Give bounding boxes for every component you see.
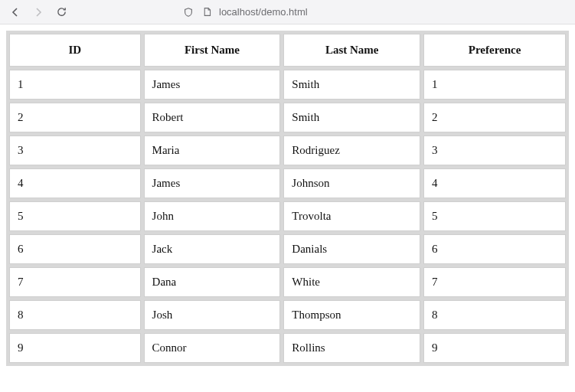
table-row: 9ConnorRollins9 (9, 333, 566, 363)
table-cell: 7 (9, 267, 141, 297)
table-cell: Johnson (283, 168, 420, 198)
table-cell: 9 (9, 333, 141, 363)
table-row: 5JohnTrovolta5 (9, 201, 566, 231)
table-cell: Smith (283, 70, 420, 100)
table-cell: Rollins (283, 333, 420, 363)
table-row: 3MariaRodriguez3 (9, 136, 566, 165)
table-cell: 6 (423, 234, 566, 264)
table-cell: John (144, 201, 281, 231)
table-cell: Rodriguez (283, 136, 420, 165)
reload-button[interactable] (52, 3, 70, 21)
col-header-first-name: First Name (144, 34, 281, 67)
shield-icon (182, 6, 194, 18)
table-cell: Robert (144, 103, 281, 132)
reload-icon (56, 6, 67, 18)
table-row: 6JackDanials6 (9, 234, 566, 264)
table-cell: 2 (9, 103, 141, 132)
table-cell: 4 (423, 168, 566, 198)
table-cell: James (144, 168, 281, 198)
browser-toolbar: localhost/demo.html (0, 0, 575, 24)
table-header-row: ID First Name Last Name Preference (9, 34, 566, 67)
table-row: 4JamesJohnson4 (9, 168, 566, 198)
address-bar[interactable]: localhost/demo.html (182, 6, 308, 18)
table-cell: 8 (423, 300, 566, 330)
back-button[interactable] (6, 3, 25, 21)
table-cell: 4 (9, 168, 141, 198)
table-cell: Thompson (283, 300, 420, 330)
url-text: localhost/demo.html (219, 6, 308, 18)
table-cell: 5 (423, 201, 566, 231)
table-row: 2RobertSmith2 (9, 103, 566, 132)
page-icon (201, 6, 213, 18)
table-cell: 2 (423, 103, 566, 132)
table-cell: Trovolta (283, 201, 420, 231)
table-cell: 1 (423, 70, 566, 100)
arrow-right-icon (32, 6, 44, 18)
table-cell: 5 (9, 201, 141, 231)
table-cell: Danials (283, 234, 420, 264)
table-cell: 6 (9, 234, 141, 264)
table-cell: Smith (283, 103, 420, 132)
table-cell: 8 (9, 300, 141, 330)
table-cell: 3 (9, 136, 141, 165)
table-cell: 1 (9, 70, 141, 100)
table-row: 8JoshThompson8 (9, 300, 566, 330)
data-table: ID First Name Last Name Preference 1Jame… (6, 31, 569, 366)
col-header-id: ID (9, 34, 141, 67)
table-cell: Josh (144, 300, 281, 330)
table-cell: 9 (423, 333, 566, 363)
table-cell: 3 (423, 136, 566, 165)
table-row: 7DanaWhite7 (9, 267, 566, 297)
table-row: 1JamesSmith1 (9, 70, 566, 100)
table-cell: Dana (144, 267, 281, 297)
table-cell: Maria (144, 136, 281, 165)
col-header-last-name: Last Name (283, 34, 420, 67)
table-cell: 7 (423, 267, 566, 297)
forward-button[interactable] (29, 3, 47, 21)
table-cell: James (144, 70, 281, 100)
col-header-preference: Preference (423, 34, 566, 67)
table-cell: White (283, 267, 420, 297)
arrow-left-icon (9, 6, 21, 18)
table-cell: Jack (144, 234, 281, 264)
table-cell: Connor (144, 333, 281, 363)
page-content: ID First Name Last Name Preference 1Jame… (0, 24, 575, 372)
